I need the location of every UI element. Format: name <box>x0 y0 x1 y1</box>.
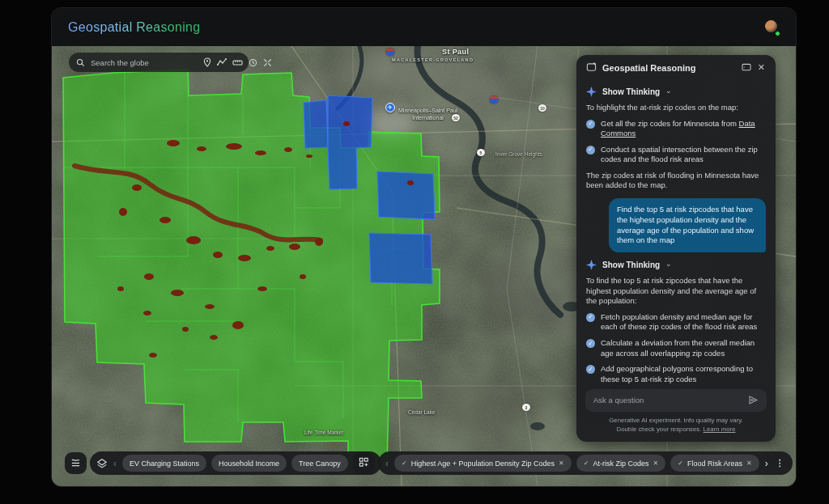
check-circle-icon: ✓ <box>586 365 595 374</box>
check-icon: ✓ <box>678 460 683 467</box>
collapse-arrows-icon[interactable] <box>263 57 272 68</box>
check-circle-icon: ✓ <box>586 313 595 322</box>
check-icon: ✓ <box>402 460 407 467</box>
search-icon <box>76 57 85 68</box>
airport-icon: ✈ <box>385 103 395 112</box>
active-layers-toolbar-right: ‹ ✓ Highest Age + Population Density Zip… <box>353 451 793 475</box>
remove-chip-icon[interactable]: ✕ <box>746 460 752 467</box>
data-layers-carousel: ‹ EV Charging Stations Household Income … <box>90 451 381 475</box>
check-circle-icon: ✓ <box>586 146 595 155</box>
chat-icon <box>586 62 597 73</box>
thinking-step: ✓ Get all the zip codes for Minnesota fr… <box>586 119 766 139</box>
assistant-text: To highlight the at-risk zip codes on th… <box>586 103 766 113</box>
show-thinking-toggle-1[interactable]: Show Thinking ⌄ <box>586 87 766 97</box>
map-search-bar <box>69 53 249 72</box>
panel-header: Geospatial Reasoning ✕ <box>576 55 776 78</box>
panel-conversation: Show Thinking ⌄ To highlight the at-risk… <box>576 78 776 384</box>
sparkle-icon <box>586 87 597 97</box>
layer-chip-household-income[interactable]: Household Income <box>211 455 287 472</box>
avatar <box>765 20 777 32</box>
ruler-icon[interactable] <box>232 57 243 68</box>
active-chip-highest-age-density[interactable]: ✓ Highest Age + Population Density Zip C… <box>394 455 572 472</box>
layer-chip-tree-canopy[interactable]: Tree Canopy <box>291 455 348 472</box>
interstate-shield-icon <box>386 49 394 56</box>
online-status-dot <box>775 31 780 36</box>
question-input-bar <box>585 389 767 412</box>
road-shield-icon: 52 <box>452 114 460 121</box>
user-avatar[interactable] <box>765 20 780 35</box>
road-shield-icon: 10 <box>538 104 546 112</box>
assistant-text: To find the top 5 at risk zipcodes that … <box>586 276 766 307</box>
close-icon[interactable]: ✕ <box>757 62 766 73</box>
active-chip-at-risk-zips[interactable]: ✓ At-risk Zip Codes ✕ <box>576 455 665 472</box>
user-message-bubble: Find the top 5 at risk zipcodes that hav… <box>609 198 766 252</box>
check-circle-icon: ✓ <box>586 339 595 348</box>
assistant-panel: Geospatial Reasoning ✕ Show Thinking ⌄ T… <box>576 55 776 442</box>
screen: Geospatial Reasoning <box>0 0 829 504</box>
send-icon[interactable] <box>748 395 759 405</box>
panel-title: Geospatial Reasoning <box>602 63 736 73</box>
ask-question-input[interactable] <box>593 396 742 404</box>
overflow-menu-icon[interactable]: ⋮ <box>774 458 786 468</box>
chevron-down-icon: ⌄ <box>665 87 672 95</box>
chevron-down-icon: ⌄ <box>665 260 672 268</box>
active-layers-carousel: ‹ ✓ Highest Age + Population Density Zip… <box>378 451 793 475</box>
check-icon: ✓ <box>584 460 589 467</box>
legend-icon <box>70 456 81 471</box>
assistant-text: The zip codes at risk of flooding in Min… <box>586 171 766 191</box>
top-bar: Geospatial Reasoning <box>52 8 796 46</box>
pin-icon[interactable] <box>203 57 211 68</box>
map-canvas[interactable]: St Paul MACALESTER-GROVELAND Minneapolis… <box>52 46 796 486</box>
road-shield-icon: 3 <box>522 404 530 411</box>
thinking-step: ✓ Conduct a spatial intersection between… <box>586 145 766 165</box>
learn-more-link[interactable]: Learn more <box>704 426 736 433</box>
carousel-prev-icon[interactable]: ‹ <box>385 459 389 468</box>
measure-icon[interactable] <box>217 57 227 68</box>
app-window: Geospatial Reasoning <box>52 8 796 486</box>
remove-chip-icon[interactable]: ✕ <box>653 460 659 467</box>
layers-icon <box>96 458 108 469</box>
thinking-step: ✓ Calculate a deviation from the overall… <box>586 338 766 358</box>
carousel-next-icon[interactable]: › <box>764 459 769 468</box>
remove-chip-icon[interactable]: ✕ <box>559 460 564 467</box>
active-chip-flood-risk[interactable]: ✓ Flood Risk Areas ✕ <box>670 455 759 472</box>
search-input[interactable] <box>91 58 198 67</box>
thinking-step: ✓ Fetch population density and median ag… <box>586 312 766 332</box>
layers-toolbar-left: ‹ EV Charging Stations Household Income … <box>65 451 381 475</box>
layer-chip-ev-charging[interactable]: EV Charging Stations <box>122 455 206 472</box>
interstate-shield-icon <box>490 96 498 104</box>
add-layer-button[interactable] <box>353 452 375 474</box>
ai-disclaimer: Generative AI experiment. Info quality m… <box>576 416 776 442</box>
thinking-step: ✓ Add geographical polygons correspondin… <box>586 364 766 384</box>
add-layer-grid-icon <box>359 456 369 471</box>
road-shield-icon: 5 <box>477 149 485 156</box>
page-title: Geospatial Reasoning <box>68 20 200 35</box>
history-icon[interactable] <box>249 57 257 68</box>
carousel-prev-icon[interactable]: ‹ <box>113 459 117 468</box>
feedback-icon[interactable] <box>742 63 751 72</box>
sparkle-icon <box>586 260 597 270</box>
show-thinking-toggle-2[interactable]: Show Thinking ⌄ <box>586 260 766 270</box>
check-circle-icon: ✓ <box>586 120 595 129</box>
legend-button[interactable] <box>65 452 87 474</box>
